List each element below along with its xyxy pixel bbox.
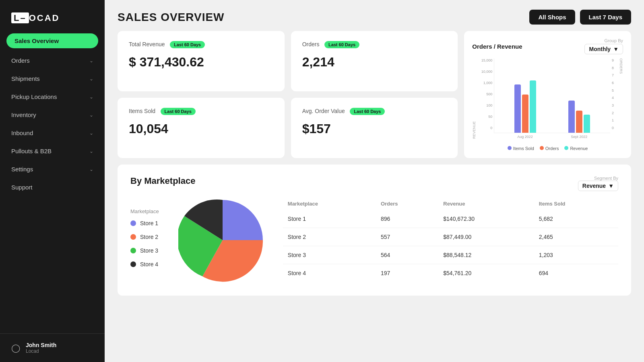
logo: L–OCAD	[0, 0, 105, 32]
table-row: Store 3 564 $88,548.12 1,203	[283, 246, 618, 264]
cell-marketplace: Store 3	[283, 246, 376, 264]
cell-orders: 896	[376, 210, 438, 228]
sidebar: L–OCAD Sales Overview Orders ⌄ Shipments…	[0, 0, 105, 362]
main-content: SALES OVERVIEW All Shops Last 7 Days Tot…	[105, 0, 644, 362]
cell-items-sold: 1,203	[534, 246, 618, 264]
segment-by: Segment By Revenue ▼	[283, 176, 618, 191]
sidebar-label-orders: Orders	[11, 57, 30, 64]
logo-text: L–OCAD	[11, 11, 60, 23]
chart-header: Orders / Revenue Group By Monthly ▼	[472, 38, 623, 54]
legend-dot-items-sold	[508, 146, 512, 150]
col-orders: Orders	[376, 197, 438, 210]
legend-circle-store1	[130, 220, 136, 226]
legend-circle-store3	[130, 248, 136, 253]
user-company: Locad	[26, 348, 56, 354]
page-header: SALES OVERVIEW All Shops Last 7 Days	[105, 0, 644, 31]
y-axis-orders-label: ORDERS	[619, 58, 623, 139]
sidebar-label-inbound: Inbound	[11, 130, 33, 136]
sidebar-item-inbound[interactable]: Inbound ⌄	[0, 124, 105, 142]
legend-circle-store2	[130, 234, 136, 240]
x-label-sept: Sept 2022	[552, 133, 606, 139]
group-by-value: Monthly	[589, 46, 611, 52]
chevron-down-icon: ⌄	[89, 130, 93, 136]
marketplace-data-table: Marketplace Orders Revenue Items Sold St…	[283, 197, 618, 282]
cell-items-sold: 694	[534, 264, 618, 282]
cell-items-sold: 5,682	[534, 210, 618, 228]
legend-label-store2: Store 2	[140, 234, 158, 240]
col-revenue: Revenue	[438, 197, 534, 210]
sidebar-item-shipments[interactable]: Shipments ⌄	[0, 70, 105, 88]
items-sold-card: Items Sold Last 60 Days 10,054	[118, 98, 285, 158]
pie-chart	[178, 196, 267, 284]
last-days-button[interactable]: Last 7 Days	[580, 10, 631, 25]
cell-items-sold: 2,465	[534, 228, 618, 246]
total-revenue-value: $ 371,430.62	[129, 55, 273, 70]
legend-store2: Store 2	[130, 234, 159, 240]
marketplace-title: By Marketplace	[130, 176, 267, 186]
bar-orders-sept	[576, 111, 582, 133]
y-axis-left: 15,00010,0001,000500100500	[477, 58, 494, 139]
bar-chart-area: REVENUE 15,00010,0001,000500100500	[472, 58, 623, 139]
sidebar-nav: Orders ⌄ Shipments ⌄ Pickup Locations ⌄ …	[0, 51, 105, 196]
total-revenue-label: Total Revenue	[129, 41, 165, 47]
cell-marketplace: Store 1	[283, 210, 376, 228]
all-shops-button[interactable]: All Shops	[529, 10, 575, 25]
sidebar-item-pullouts[interactable]: Pullouts & B2B ⌄	[0, 142, 105, 160]
avg-order-value: $157	[302, 121, 447, 136]
legend-dot-revenue	[564, 146, 568, 150]
pie-slice-store1	[223, 200, 263, 240]
bar-group-sept	[552, 76, 606, 133]
cell-revenue: $54,761.20	[438, 264, 534, 282]
marketplace-section: By Marketplace Marketplace Store 1	[105, 165, 644, 309]
segment-by-select[interactable]: Revenue ▼	[578, 181, 618, 191]
bar-revenue-sept	[584, 115, 590, 133]
sidebar-item-pickup-locations[interactable]: Pickup Locations ⌄	[0, 88, 105, 106]
group-by-select[interactable]: Monthly ▼	[584, 44, 623, 54]
sidebar-label-settings: Settings	[11, 166, 33, 173]
table-row: Store 1 896 $140,672.30 5,682	[283, 210, 618, 228]
legend-header: Marketplace	[130, 208, 159, 214]
sidebar-item-inventory[interactable]: Inventory ⌄	[0, 106, 105, 124]
marketplace-legend: Store 1 Store 2 Store 3	[130, 220, 159, 267]
legend-store4: Store 4	[130, 261, 159, 267]
sidebar-item-support[interactable]: Support	[0, 178, 105, 196]
bar-chart-inner: Aug 2022 Sept 2022	[494, 58, 610, 139]
y-axis-revenue-label: REVENUE	[472, 58, 476, 139]
bar-group-aug	[498, 76, 552, 133]
avg-order-value-card: Avg. Order Value Last 60 Days $157	[291, 98, 458, 158]
sidebar-item-settings[interactable]: Settings ⌄	[0, 160, 105, 178]
x-label-aug: Aug 2022	[498, 133, 552, 139]
marketplace-legend-label: Marketplace Store 1 Store 2	[130, 208, 159, 267]
legend-store3: Store 3	[130, 247, 159, 254]
bar-revenue-aug	[530, 80, 536, 133]
chevron-down-icon: ▼	[608, 183, 614, 189]
y-axis-right: 9876543210	[610, 58, 618, 139]
stats-section: Total Revenue Last 60 Days $ 371,430.62 …	[105, 31, 644, 165]
chevron-down-icon: ⌄	[89, 148, 93, 154]
chevron-down-icon: ⌄	[89, 112, 93, 118]
marketplace-table-section: Segment By Revenue ▼ Marketplace Orders …	[283, 176, 618, 282]
orders-label: Orders	[302, 41, 320, 47]
cell-orders: 197	[376, 264, 438, 282]
chevron-down-icon: ⌄	[89, 167, 93, 172]
group-by-label: Group By	[605, 38, 623, 43]
items-sold-badge: Last 60 Days	[161, 108, 196, 115]
bar-orders-aug	[522, 95, 528, 133]
legend-revenue: Revenue	[564, 146, 588, 151]
sidebar-label-inventory: Inventory	[11, 111, 36, 118]
legend-circle-store4	[130, 261, 136, 267]
items-sold-label: Items Sold	[129, 108, 155, 114]
sidebar-item-orders[interactable]: Orders ⌄	[0, 51, 105, 70]
legend-label-store1: Store 1	[140, 220, 158, 226]
marketplace-card: By Marketplace Marketplace Store 1	[118, 165, 631, 296]
orders-card: Orders Last 60 Days 2,214	[291, 31, 458, 91]
header-actions: All Shops Last 7 Days	[529, 10, 631, 25]
page-title: SALES OVERVIEW	[118, 11, 225, 24]
legend-label-store3: Store 3	[140, 247, 158, 254]
total-revenue-badge: Last 60 Days	[170, 41, 205, 48]
chevron-down-icon: ⌄	[89, 76, 93, 82]
chevron-down-icon: ▼	[613, 46, 619, 52]
legend-items-sold: Items Sold	[508, 146, 534, 151]
avg-order-badge: Last 60 Days	[350, 108, 385, 115]
sidebar-item-sales-overview[interactable]: Sales Overview	[6, 33, 98, 48]
